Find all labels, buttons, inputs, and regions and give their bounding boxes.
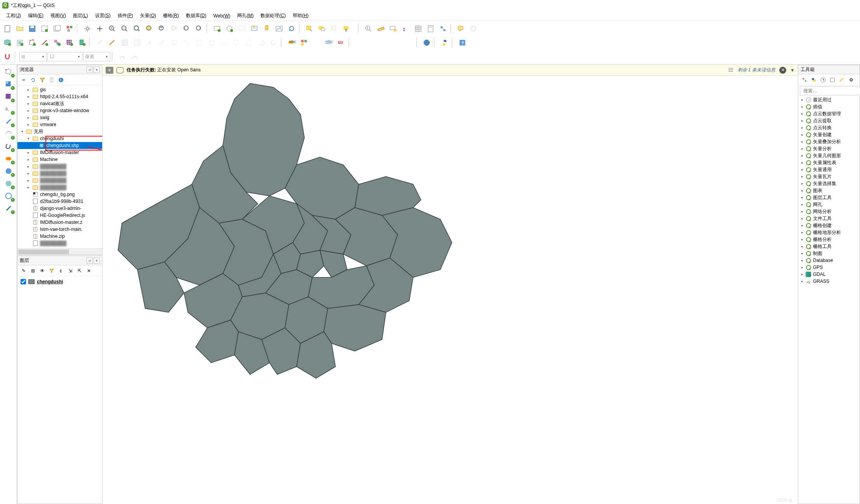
browser-item-14[interactable]: ▸████████ <box>17 184 102 191</box>
menu-工程[interactable]: 工程(J) <box>3 11 24 20</box>
message-list-icon[interactable] <box>728 67 734 73</box>
browser-item-13[interactable]: ▸████████ <box>17 177 102 184</box>
browser-filter-button[interactable] <box>38 76 46 84</box>
toggle-editing-button[interactable] <box>106 37 118 48</box>
pan-selection-button[interactable] <box>94 23 106 35</box>
browser-item-vmware[interactable]: ▸vmware <box>17 121 102 128</box>
show-labels-button[interactable]: abc <box>286 37 297 48</box>
browser-item-11[interactable]: ▸████████ <box>17 163 102 170</box>
browser-item-12[interactable]: ▸████████ <box>17 170 102 177</box>
statistics-button[interactable]: Σ <box>400 23 412 35</box>
toolbox-search-input[interactable] <box>803 88 860 94</box>
label-rules-button[interactable] <box>298 37 310 48</box>
zoom-in-button[interactable] <box>106 23 118 35</box>
menu-栅格[interactable]: 栅格(R) <box>160 11 182 20</box>
add-postgis-layer-button[interactable]: + <box>3 141 14 152</box>
browser-scrollbar-h[interactable] <box>17 248 102 255</box>
menu-设置[interactable]: 设置(S) <box>92 11 114 20</box>
browser-add-button[interactable] <box>20 76 28 84</box>
elevation-profile-button[interactable] <box>273 23 285 35</box>
snapping-enable-button[interactable] <box>2 51 13 62</box>
menu-网孔[interactable]: 网孔(M) <box>234 11 257 20</box>
add-wfs-layer-button[interactable]: + <box>3 203 14 214</box>
toolbox-item-最近用过[interactable]: ▸最近用过 <box>798 96 860 103</box>
browser-item-HE-GoogleRedirect.js[interactable]: HE-GoogleRedirect.js <box>17 212 102 219</box>
toolbox-history-button[interactable] <box>819 76 827 84</box>
toolbox-item-插值[interactable]: ▸插值 <box>798 103 860 110</box>
new-project-button[interactable] <box>2 23 13 35</box>
label-pin-button[interactable]: abc <box>323 37 335 48</box>
help-button[interactable]: ? <box>457 37 468 48</box>
layout-manager-button[interactable] <box>51 23 63 35</box>
layers-list[interactable]: chengdushi <box>17 276 102 504</box>
browser-item-httpd-2.4.55-o111s-x64[interactable]: ▸httpd-2.4.55-o111s-x64 <box>17 93 102 100</box>
browser-collapse-button[interactable] <box>48 76 56 84</box>
new-virtual-layer-button[interactable] <box>51 37 63 48</box>
message-dropdown[interactable]: ▼ <box>790 68 795 73</box>
add-vector-layer-button[interactable]: + <box>3 66 14 77</box>
select-rect-button[interactable] <box>304 23 315 35</box>
toolbox-item-矢量选择集[interactable]: ▸矢量选择集 <box>798 180 860 187</box>
new-geopackage-button[interactable] <box>14 37 26 48</box>
toolbox-modeler-button[interactable] <box>801 76 808 84</box>
toolbox-item-网络分析[interactable]: ▸网络分析 <box>798 208 860 215</box>
open-project-button[interactable] <box>14 23 26 35</box>
select-value-button[interactable] <box>316 23 328 35</box>
browser-item-22[interactable]: ████████ <box>17 240 102 247</box>
toolbox-item-制图[interactable]: ▸制图 <box>798 250 860 257</box>
browser-item-navicat激活[interactable]: ▸navicat激活 <box>17 100 102 107</box>
message-close-button[interactable]: ✕ <box>779 67 786 74</box>
toolbox-item-矢量创建[interactable]: ▸矢量创建 <box>798 131 860 138</box>
browser-item-ngrok-v3-stable-window[interactable]: ▸ngrok-v3-stable-window <box>17 107 102 114</box>
spatial-bookmark-button[interactable] <box>248 23 260 35</box>
toolbox-item-GRASS[interactable]: ▸GRASS <box>798 278 860 285</box>
new-3d-view-button[interactable] <box>224 23 235 35</box>
layer-item-chengdushi[interactable]: chengdushi <box>19 278 101 286</box>
browser-undock-button[interactable]: ◇ <box>87 67 93 73</box>
toolbox-item-网孔[interactable]: ▸网孔 <box>798 201 860 208</box>
zoom-full-button[interactable] <box>131 23 143 35</box>
browser-item-Machine.zip[interactable]: Machine.zip <box>17 233 102 240</box>
toolbox-item-GPS[interactable]: ▸GPS <box>798 264 860 271</box>
toolbox-results-button[interactable] <box>829 76 836 84</box>
browser-item-swig[interactable]: ▸swig <box>17 114 102 121</box>
new-gps-layer-button[interactable] <box>76 37 88 48</box>
identify-button[interactable]: i <box>363 23 374 35</box>
menu-Web[interactable]: Web(W) <box>210 12 233 20</box>
layers-expression-button[interactable]: ε <box>57 267 65 275</box>
new-scratch-layer-button[interactable] <box>39 37 50 48</box>
browser-item-gis[interactable]: ▸gis <box>17 86 102 93</box>
snapping-unit-combo[interactable]: 像素▼ <box>83 52 110 61</box>
layers-undock-button[interactable]: ◇ <box>87 258 93 264</box>
show-bookmarks-button[interactable] <box>261 23 273 35</box>
browser-item-IMDiffusion-master[interactable]: ▸IMDiffusion-master <box>17 149 102 156</box>
toolbox-item-点云转换[interactable]: ▸点云转换 <box>798 124 860 131</box>
layers-filter-button[interactable] <box>48 267 56 275</box>
browser-tree[interactable]: ▸gis▸httpd-2.4.55-o111s-x64▸navicat激活▸ng… <box>17 85 102 248</box>
browser-item-django-vue3-admin-[interactable]: django-vue3-admin- <box>17 205 102 212</box>
add-raster-layer-button[interactable]: + <box>3 79 14 90</box>
metasearch-button[interactable] <box>421 37 433 48</box>
toolbox-item-矢量通用[interactable]: ▸矢量通用 <box>798 166 860 173</box>
field-calculator-button[interactable] <box>425 23 436 35</box>
add-hana-layer-button[interactable]: + <box>3 178 14 189</box>
toolbox-edit-button[interactable] <box>838 76 846 84</box>
menu-矢量[interactable]: 矢量(O) <box>137 11 159 20</box>
toolbox-item-矢量属性表[interactable]: ▸矢量属性表 <box>798 159 860 166</box>
new-mesh-layer-button[interactable] <box>64 37 75 48</box>
menu-编辑[interactable]: 编辑(E) <box>25 11 47 20</box>
browser-item-chengdu_bg.png[interactable]: chengdu_bg.png <box>17 191 102 198</box>
snapping-mode-combo[interactable]: ⊞▼ <box>19 52 47 61</box>
zoom-next-button[interactable] <box>193 23 205 35</box>
browser-item-d2fba1b9-998b-4931[interactable]: d2fba1b9-998b-4931 <box>17 198 102 205</box>
browser-close-button[interactable]: × <box>94 67 100 73</box>
toolbox-item-点云数据管理[interactable]: ▸点云数据管理 <box>798 110 860 117</box>
zoom-native-button[interactable]: 1:1 <box>169 23 180 35</box>
toolbox-item-图层工具[interactable]: ▸图层工具 <box>798 194 860 201</box>
map-tips-button[interactable] <box>387 23 399 35</box>
menu-图层[interactable]: 图层(L) <box>70 11 91 20</box>
add-virtual-layer-button[interactable]: + <box>3 128 14 139</box>
browser-properties-button[interactable]: i <box>57 76 65 84</box>
add-mssql-layer-button[interactable]: + <box>3 153 14 164</box>
toolbox-options-button[interactable]: ⚙ <box>847 76 855 84</box>
